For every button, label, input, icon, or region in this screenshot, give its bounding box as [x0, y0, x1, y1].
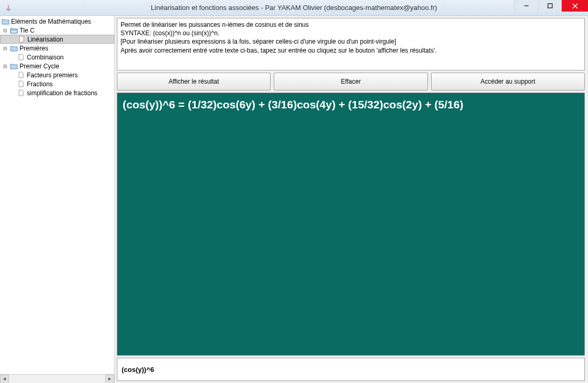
scroll-left-icon[interactable]: ◄ — [0, 375, 9, 384]
file-icon — [17, 36, 26, 43]
close-button[interactable] — [562, 0, 588, 12]
maximize-button[interactable] — [538, 0, 562, 12]
window-controls — [514, 0, 588, 15]
clear-button[interactable]: Effacer — [274, 73, 427, 90]
support-button[interactable]: Accéder au support — [431, 73, 585, 90]
file-icon — [17, 54, 25, 61]
description-line: Permet de linéariser les puissances n-iè… — [121, 21, 581, 29]
minimize-button[interactable] — [514, 0, 538, 12]
button-row: Afficher le résultat Effacer Accéder au … — [117, 73, 585, 90]
toggle-icon[interactable]: ⊟ — [2, 46, 8, 51]
expression-input[interactable] — [117, 358, 585, 381]
tree-root[interactable]: Eléments de Mathématiques — [0, 17, 114, 26]
tree-node-premier-cycle[interactable]: ⊟ Premier Cycle — [0, 62, 114, 70]
horizontal-scrollbar[interactable]: ◄ ► — [0, 374, 114, 383]
content-panel: Permet de linéariser les puissances n-iè… — [115, 16, 588, 383]
tree-node-tlec[interactable]: ⊟ Tle C — [0, 26, 114, 35]
tree-label: Linéarisation — [27, 36, 63, 43]
tree-leaf-linearisation[interactable]: Linéarisation — [0, 35, 114, 44]
folder-icon — [9, 63, 18, 70]
file-icon — [17, 72, 25, 79]
tree-label: Facteurs premiers — [27, 72, 78, 79]
result-text: (cos(y))^6 = (1/32)cos(6y) + (3/16)cos(4… — [123, 98, 463, 110]
tree-label: Tle C — [19, 27, 35, 34]
toggle-icon[interactable]: ⊟ — [2, 28, 8, 33]
tree-node-premieres[interactable]: ⊟ Premières — [0, 44, 114, 53]
tree-label: Premier Cycle — [19, 63, 59, 70]
folder-icon — [1, 18, 9, 25]
file-icon — [17, 80, 25, 88]
toggle-icon[interactable]: ⊟ — [2, 64, 8, 69]
titlebar: Linéarisation et fonctions associées - P… — [0, 0, 588, 16]
tree-label: simplification de fractions — [27, 89, 97, 97]
tree-label: Eléments de Mathématiques — [11, 18, 91, 25]
show-result-button[interactable]: Afficher le résultat — [117, 73, 271, 90]
main-area: Eléments de Mathématiques ⊟ Tle C Linéar… — [0, 16, 588, 383]
folder-open-icon — [9, 27, 18, 34]
file-icon — [17, 89, 25, 97]
description-box: Permet de linéariser les puissances n-iè… — [117, 18, 585, 70]
window-title: Linéarisation et fonctions associées - P… — [0, 4, 588, 12]
result-area: (cos(y))^6 = (1/32)cos(6y) + (3/16)cos(4… — [117, 93, 585, 356]
tree-leaf-combinaison[interactable]: Combinaison — [0, 53, 114, 62]
tree-label: Fractions — [27, 80, 53, 88]
tree-label: Combinaison — [27, 54, 64, 61]
tree-leaf-simplification[interactable]: simplification de fractions — [0, 88, 114, 97]
tree-label: Premières — [19, 45, 48, 52]
description-line: [Pour linéariser plusieurs expressions à… — [121, 37, 581, 46]
tree[interactable]: Eléments de Mathématiques ⊟ Tle C Linéar… — [0, 16, 114, 374]
scroll-right-icon[interactable]: ► — [105, 375, 114, 384]
description-line: Après avoir correctement entré votre tex… — [121, 46, 581, 55]
java-icon — [4, 4, 13, 12]
description-line: SYNTAXE: (cos(x))^n ou (sin(x))^n. — [121, 29, 581, 37]
tree-leaf-fractions[interactable]: Fractions — [0, 79, 114, 88]
folder-icon — [9, 45, 18, 52]
tree-leaf-facteurs[interactable]: Facteurs premiers — [0, 70, 114, 79]
sidebar: Eléments de Mathématiques ⊟ Tle C Linéar… — [0, 16, 115, 383]
svg-rect-1 — [548, 4, 552, 8]
